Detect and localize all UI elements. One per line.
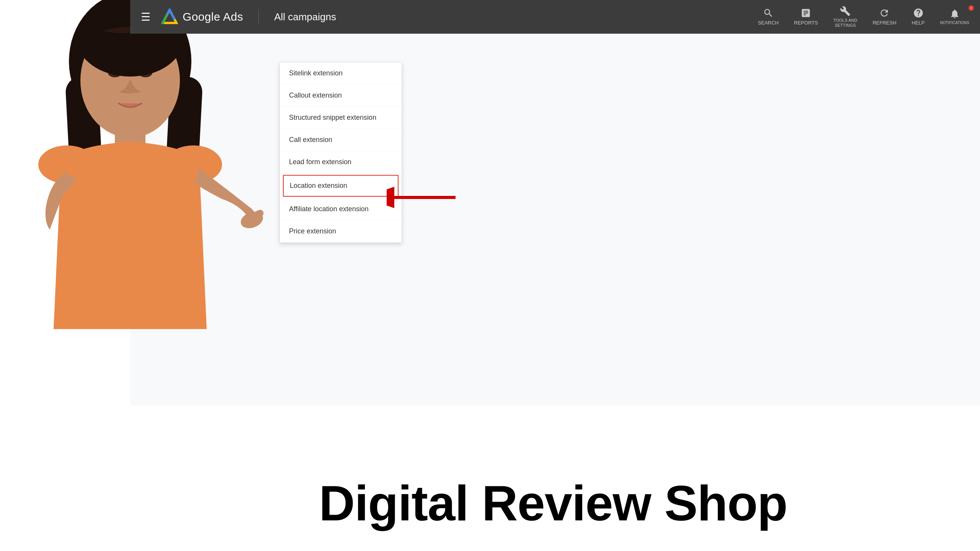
svg-point-15 [108,68,122,77]
notifications-icon [949,8,960,19]
help-button[interactable]: HELP [909,6,928,28]
header-left: ☰ Google Ads All campaigns [138,8,336,26]
tools-settings-button[interactable]: TOOLS ANDSETTINGS [830,4,861,29]
dropdown-item-price[interactable]: Price extension [280,220,402,243]
refresh-icon [879,8,890,18]
dropdown-item-callout[interactable]: Callout extension [280,85,402,107]
tools-label: TOOLS ANDSETTINGS [833,18,858,28]
dropdown-item-structured-snippet[interactable]: Structured snippet extension [280,107,402,129]
app-name: Google Ads [183,10,243,23]
reports-icon [800,8,811,18]
header-right: SEARCH REPORTS TOOLS ANDSETTINGS REFRESH… [755,4,972,29]
google-ads-logo: Google Ads [161,8,243,25]
dropdown-item-affiliate-location[interactable]: Affiliate location extension [280,198,402,220]
top-header: ☰ Google Ads All campaigns SEARCH REPORT [130,0,980,34]
header-divider [258,9,259,24]
dropdown-item-location[interactable]: Location extension [283,175,399,197]
search-button[interactable]: SEARCH [755,6,782,28]
tools-icon [840,6,851,16]
search-label: SEARCH [758,20,779,26]
help-label: HELP [912,20,925,26]
ui-background [130,0,980,406]
refresh-label: REFRESH [872,20,896,26]
pointing-arrow [387,186,463,217]
logo-icon [161,8,178,25]
dropdown-item-sitelink[interactable]: Sitelink extension [280,62,402,85]
dropdown-item-call[interactable]: Call extension [280,129,402,151]
bottom-title: Digital Review Shop [126,474,980,532]
svg-point-18 [38,145,96,184]
extension-type-dropdown: Sitelink extension Callout extension Str… [279,62,402,243]
arrow-annotation [387,186,463,218]
svg-rect-12 [65,76,109,299]
notifications-button[interactable]: ! NOTIFICATIONS [937,7,972,27]
dropdown-item-lead-form[interactable]: Lead form extension [280,151,402,173]
hamburger-menu-icon[interactable]: ☰ [138,8,154,26]
notification-badge: ! [969,5,974,11]
breadcrumb[interactable]: All campaigns [274,11,336,23]
search-icon [763,8,774,18]
reports-button[interactable]: REPORTS [791,6,821,28]
help-icon [913,8,924,18]
notifications-label: NOTIFICATIONS [940,21,969,25]
reports-label: REPORTS [794,20,818,26]
refresh-button[interactable]: REFRESH [869,6,899,28]
